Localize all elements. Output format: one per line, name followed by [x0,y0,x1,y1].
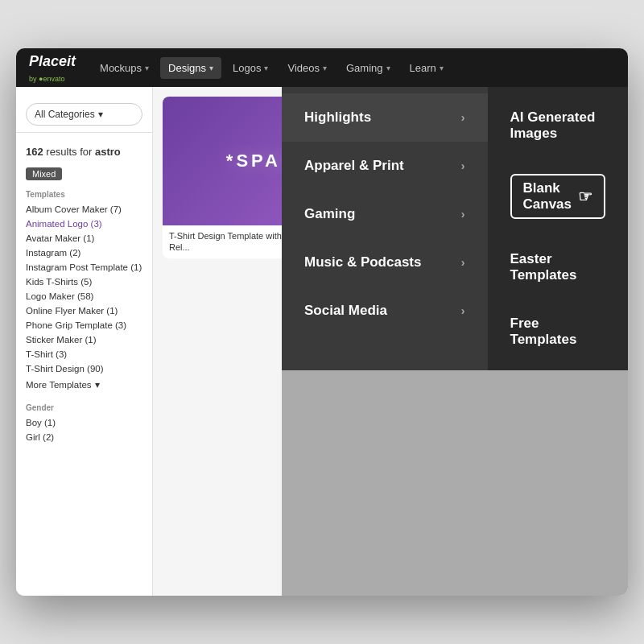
nav-items: Mockups ▾ Designs ▾ Logos ▾ Videos ▾ Gam… [92,57,452,79]
gender-label: Gender [16,400,152,415]
more-templates-toggle[interactable]: More Templates ▾ [16,376,152,394]
sidebar-item-sticker[interactable]: Sticker Maker (1) [16,332,152,347]
templates-section-label: Templates [16,187,152,202]
chevron-down-icon: ▾ [145,64,149,72]
chevron-right-icon: › [461,159,465,172]
chevron-down-icon: ▾ [209,64,213,72]
category-filter[interactable]: All Categories ▾ [26,103,142,126]
sidebar-item-logo-maker[interactable]: Logo Maker (58) [16,289,152,303]
dropdown-right-panel: AI Generated Images Blank Canvas ☞ Easte… [488,87,628,370]
results-count: 162 results for astro [16,139,152,164]
sidebar: All Categories ▾ 162 results for astro M… [16,87,153,596]
sidebar-item-album-cover[interactable]: Album Cover Maker (7) [16,202,152,217]
dropdown-item-social[interactable]: Social Media › [282,287,488,335]
nav-item-designs[interactable]: Designs ▾ [160,57,221,79]
logo[interactable]: Placeit by ●envato [29,53,76,83]
chevron-down-icon: ▾ [95,379,100,390]
filter-bar: All Categories ▾ [16,97,152,133]
sidebar-item-instagram[interactable]: Instagram (2) [16,246,152,260]
sidebar-item-animated-logo[interactable]: Animated Logo (3) [16,217,152,231]
sidebar-item-kids-tshirts[interactable]: Kids T-Shirts (5) [16,275,152,289]
sidebar-item-tshirt-design[interactable]: T-Shirt Design (90) [16,361,152,376]
dropdown-item-apparel[interactable]: Apparel & Print › [282,142,488,190]
dropdown-item-free-templates[interactable]: Free Templates [488,299,628,364]
sidebar-item-boy[interactable]: Boy (1) [16,415,152,430]
sidebar-item-tshirt[interactable]: T-Shirt (3) [16,347,152,361]
chevron-right-icon: › [461,304,465,317]
logo-text: Placeit [29,53,76,69]
logo-sub: by ●envato [29,75,76,83]
dropdown-item-ai-images[interactable]: AI Generated Images [488,93,628,158]
chevron-down-icon: ▾ [264,64,268,72]
chevron-right-icon: › [461,256,465,269]
blank-canvas-button[interactable]: Blank Canvas ☞ [510,174,605,219]
chevron-down-icon: ▾ [323,64,327,72]
navbar: Placeit by ●envato Mockups ▾ Designs ▾ L… [16,48,628,87]
dropdown-item-music[interactable]: Music & Podcasts › [282,238,488,287]
main-content: *SPACE* T-Shirt Design Template with the… [153,87,628,596]
nav-item-videos[interactable]: Videos ▾ [279,57,335,79]
nav-item-learn[interactable]: Learn ▾ [402,57,452,79]
sidebar-item-avatar-maker[interactable]: Avatar Maker (1) [16,231,152,246]
nav-item-mockups[interactable]: Mockups ▾ [92,57,157,79]
cursor-icon: ☞ [578,187,592,206]
sidebar-item-girl[interactable]: Girl (2) [16,430,152,444]
nav-item-logos[interactable]: Logos ▾ [225,57,276,79]
chevron-down-icon: ▾ [386,64,390,72]
content-area: All Categories ▾ 162 results for astro M… [16,87,628,596]
chevron-down-icon: ▾ [98,109,103,120]
dropdown-menu: Highlights › Apparel & Print › Gaming › [282,87,628,370]
nav-item-gaming[interactable]: Gaming ▾ [338,57,398,79]
dropdown-item-easter[interactable]: Easter Templates [488,235,628,299]
mixed-tag: Mixed [26,167,62,180]
dropdown-overlay[interactable]: Highlights › Apparel & Print › Gaming › [282,87,628,596]
chevron-down-icon: ▾ [440,64,444,72]
dropdown-left-panel: Highlights › Apparel & Print › Gaming › [282,87,488,370]
sidebar-item-instagram-post[interactable]: Instagram Post Template (1) [16,260,152,275]
dropdown-item-blank-canvas[interactable]: Blank Canvas ☞ [488,158,628,235]
dropdown-item-gaming[interactable]: Gaming › [282,190,488,238]
chevron-right-icon: › [461,208,465,221]
sidebar-item-flyer[interactable]: Online Flyer Maker (1) [16,303,152,318]
chevron-right-icon: › [461,111,465,124]
main-window: Placeit by ●envato Mockups ▾ Designs ▾ L… [16,48,628,596]
sidebar-item-phone-grip[interactable]: Phone Grip Template (3) [16,318,152,332]
gender-section: Gender Boy (1) Girl (2) [16,400,152,444]
dropdown-item-highlights[interactable]: Highlights › [282,93,488,142]
